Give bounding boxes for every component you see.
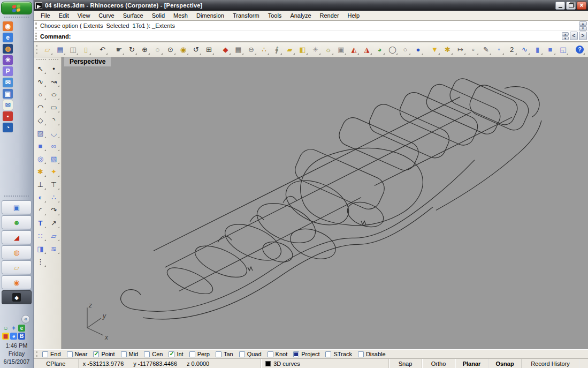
menu-item[interactable]: Dimension <box>193 12 228 19</box>
checkbox-icon[interactable] <box>189 351 195 357</box>
edit-curve-button[interactable]: ✎ <box>480 43 492 56</box>
curve-points-button[interactable]: ∿ <box>34 75 47 88</box>
start-button[interactable] <box>1 2 32 14</box>
b-launcher-tray[interactable]: B <box>18 333 25 340</box>
menu-item[interactable]: Surface <box>119 12 147 19</box>
antivirus-tray[interactable]: e <box>18 325 25 332</box>
osnap-toggle[interactable]: Perp <box>189 351 210 357</box>
single-point-button[interactable]: • <box>48 62 60 75</box>
sweep-button[interactable]: ∿ <box>518 43 531 56</box>
spinner-down-icon[interactable]: ▼ <box>562 36 569 40</box>
arc-2pt-button[interactable]: 2 <box>506 43 518 56</box>
boolean-button[interactable]: ◱ <box>557 43 569 56</box>
osnap-toggle[interactable]: Quad <box>239 351 262 357</box>
solid-wedge-alt-button[interactable]: ◮ <box>361 43 373 56</box>
osnap-toggle[interactable]: Project <box>293 351 319 357</box>
box-button[interactable]: ■ <box>34 139 47 152</box>
menu-item[interactable]: Transform <box>229 12 263 19</box>
checkbox-icon[interactable] <box>42 351 48 357</box>
zoom-previous-button[interactable]: ↺ <box>190 43 202 56</box>
osnap-toggle[interactable]: Tan <box>216 351 233 357</box>
curved-surface-button[interactable]: ◡ <box>48 126 60 139</box>
command-prompt-label[interactable]: Command: <box>40 33 71 40</box>
lamp-shade-button[interactable]: ☼ <box>322 43 334 56</box>
spinner-up-icon[interactable]: ▲ <box>562 32 569 36</box>
menu-item[interactable]: File <box>37 12 54 19</box>
scroll-down-icon[interactable]: ▼ <box>579 26 587 31</box>
shaded-sphere-button[interactable]: ● <box>412 43 424 56</box>
quicklaunch-drag-grip[interactable] <box>4 17 29 20</box>
lamp-on-button[interactable]: ☀ <box>309 43 322 56</box>
trim-button[interactable]: ⊥ <box>34 178 47 191</box>
render-button[interactable]: ◆ <box>219 43 232 56</box>
acrobat-task[interactable]: ◢ <box>2 230 32 244</box>
red-app-launcher[interactable]: ▪ <box>3 111 13 121</box>
analyze-cone-button[interactable]: ▼ <box>429 43 441 56</box>
help-button[interactable]: ? <box>574 43 586 56</box>
osnap-toggle[interactable]: Point <box>93 351 114 357</box>
paste-button[interactable]: ▯ <box>80 43 92 56</box>
photo-viewer-task[interactable]: ▣ <box>2 200 32 214</box>
menu-item[interactable]: View <box>74 12 94 19</box>
copy-points-button[interactable]: ↗ <box>48 216 60 229</box>
osnap-toggle[interactable]: Near <box>67 351 88 357</box>
zoom-dynamic-button[interactable]: ⊙ <box>164 43 177 56</box>
status-toggle[interactable]: Record History <box>522 359 579 368</box>
checkbox-icon[interactable] <box>358 351 364 357</box>
scroll-up-icon[interactable]: ▲ <box>579 21 587 26</box>
surface-points-button[interactable]: ▨ <box>34 126 47 139</box>
checkbox-icon[interactable] <box>169 351 174 357</box>
circle-button[interactable]: ○ <box>34 88 47 101</box>
menu-item[interactable]: Edit <box>55 12 73 19</box>
osnap-toggle[interactable]: Cen <box>144 351 163 357</box>
dotted-sphere-button[interactable]: ○ <box>399 43 411 56</box>
menu-item[interactable]: Help <box>344 12 364 19</box>
language-tray[interactable]: ▦ <box>2 333 9 340</box>
zoom-window-button[interactable]: ◌ <box>151 43 164 56</box>
minimize-button[interactable] <box>555 2 565 10</box>
sphere-button[interactable]: ∞ <box>48 139 60 152</box>
text-button[interactable]: T <box>34 216 47 229</box>
pan-view-button[interactable]: ☛ <box>113 43 125 56</box>
control-curve-button[interactable]: ↝ <box>48 75 60 88</box>
polygon-button[interactable]: ◇ <box>34 114 47 126</box>
command-drag-grip[interactable] <box>35 22 37 29</box>
menu-item[interactable]: Analyze <box>286 12 315 19</box>
osnap-toggle[interactable]: End <box>42 351 61 357</box>
menu-item[interactable]: Tools <box>264 12 286 19</box>
hatch-button[interactable]: ≋ <box>48 242 60 255</box>
control-points-button[interactable]: ▫ <box>467 43 479 56</box>
arc-button[interactable]: ◠ <box>34 101 47 114</box>
checkbox-icon[interactable] <box>268 351 273 357</box>
point-set-button[interactable]: ∴ <box>48 191 60 204</box>
messenger-launcher[interactable]: P <box>3 66 13 76</box>
viewport-title-tab[interactable]: Perspective <box>64 57 111 66</box>
close-button[interactable]: × <box>577 2 586 10</box>
google-tray[interactable]: ◕ <box>10 333 17 340</box>
spiral-button[interactable]: ∮ <box>271 43 283 56</box>
rectangle-button[interactable]: ▭ <box>48 101 60 114</box>
options-button[interactable]: ✱ <box>441 43 454 56</box>
sidebar-drag-grips[interactable] <box>34 58 61 62</box>
folder-task[interactable]: ▱ <box>2 260 32 274</box>
fold-surface-button[interactable]: ◧ <box>296 43 309 56</box>
dimension-button[interactable]: ↦ <box>454 43 467 56</box>
cplane-pane[interactable]: CPlane <box>34 359 79 368</box>
cplane-button[interactable]: ⊖ <box>245 43 257 56</box>
osnap-toggle[interactable]: Int <box>169 351 183 357</box>
checkbox-icon[interactable] <box>216 351 222 357</box>
fillet-curve-button[interactable]: ◜ <box>34 204 47 216</box>
my-computer-launcher[interactable]: ▣ <box>3 89 13 99</box>
rotate-surface-button[interactable]: ▱ <box>48 229 60 242</box>
osnap-toggle[interactable]: Mid <box>121 351 139 357</box>
plane-surface-button[interactable]: ▰ <box>284 43 296 56</box>
history-back-button[interactable]: < <box>570 32 578 40</box>
menu-item[interactable]: Render <box>316 12 343 19</box>
menu-item[interactable]: Mesh <box>170 12 192 19</box>
viewport-layout-button[interactable]: ⊞ <box>203 43 215 56</box>
view-settings-button[interactable]: ▦ <box>232 43 245 56</box>
osnap-toggle[interactable]: Knot <box>268 351 288 357</box>
torus-button[interactable]: ◎ <box>34 152 47 165</box>
layer-pane[interactable]: 3D curves <box>261 359 389 368</box>
taskband-drag-grip[interactable] <box>4 196 29 199</box>
